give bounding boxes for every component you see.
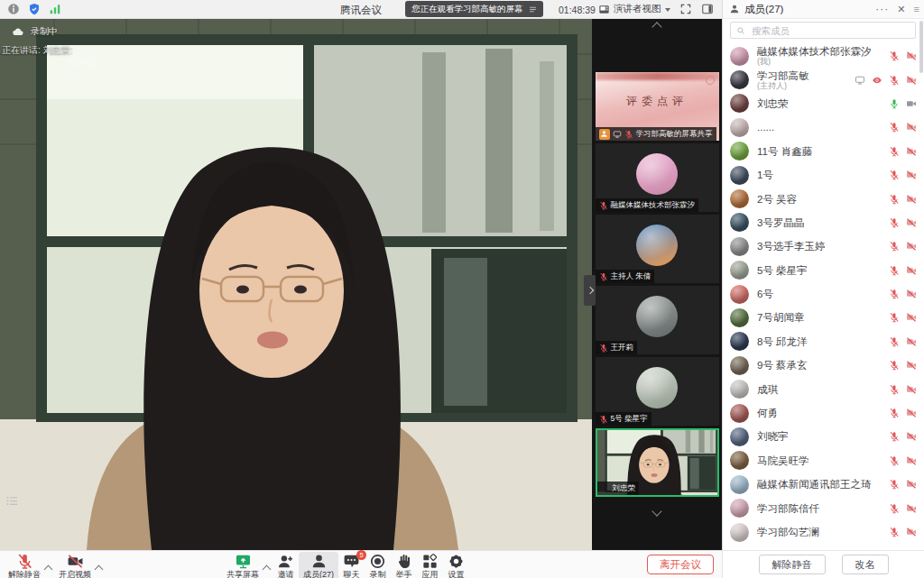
chevron-up-icon[interactable] (96, 560, 102, 576)
camera-off-icon (906, 194, 917, 205)
unmute-all-button[interactable]: 解除静音 (759, 555, 826, 574)
mic-muted-icon (599, 344, 608, 353)
member-row[interactable]: 9号 蔡承玄 (723, 353, 924, 377)
signal-icon[interactable] (49, 3, 61, 15)
member-row[interactable]: 刘忠荣 (723, 92, 924, 115)
member-row[interactable]: 学习部勾艺澜 (723, 520, 924, 544)
view-mode-selector[interactable]: 演讲者视图 (598, 3, 670, 15)
info-icon[interactable] (7, 3, 20, 15)
toolbar-cam-off-button[interactable]: 开启视频 (54, 552, 96, 578)
member-row[interactable]: 6号 (723, 282, 924, 306)
camera-off-icon (906, 455, 917, 466)
chevron-up-icon[interactable] (45, 560, 51, 576)
screen-share-icon (613, 130, 622, 139)
camera-on-icon (906, 98, 917, 109)
filmstrip-tile[interactable]: 评委点评 学习部高敏的屏幕共享 (596, 72, 719, 141)
member-avatar (730, 451, 749, 470)
members-panel: 融媒体媒体技术部张霖汐 (我) 学习部高敏 (主持人) 刘忠荣 ...... 1… (722, 18, 924, 550)
camera-off-icon (906, 265, 917, 276)
member-name: 融媒体媒体技术部张霖汐 (757, 46, 872, 57)
member-row[interactable]: 3号罗晶晶 (723, 211, 924, 234)
member-row[interactable]: 融媒体新闻通讯部王之琦 (723, 472, 924, 496)
toolbar-apps-button[interactable]: 应用 (417, 552, 443, 578)
member-row[interactable]: 何勇 (723, 401, 924, 425)
toolbar-share-screen-button[interactable]: 共享屏幕 (222, 552, 263, 578)
caption-list-icon[interactable] (5, 494, 20, 508)
camera-off-icon (906, 122, 917, 133)
member-avatar (730, 70, 749, 89)
toolbar-mic-muted-button[interactable]: 解除静音 (4, 552, 45, 578)
camera-off-icon (906, 384, 917, 395)
member-row[interactable]: 成琪 (723, 377, 924, 400)
member-row[interactable]: ...... (723, 115, 924, 139)
mic-muted-icon (889, 194, 900, 205)
member-row[interactable]: 5号 柴星宇 (723, 259, 924, 282)
member-name: 8号 邱龙洋 (757, 336, 808, 347)
filmstrip-tile[interactable]: 5号 柴星宇 (596, 357, 719, 426)
watching-banner[interactable]: 您正在观看学习部高敏的屏幕 (405, 1, 543, 17)
member-name: 9号 蔡承玄 (757, 360, 808, 371)
member-avatar (730, 499, 749, 518)
member-row[interactable]: 3号选手李玉婷 (723, 234, 924, 258)
rename-button[interactable]: 改名 (842, 555, 889, 574)
mic-muted-icon (889, 479, 900, 490)
camera-off-icon (906, 312, 917, 323)
search-input[interactable] (750, 24, 910, 37)
member-name: 6号 (757, 289, 773, 299)
member-row[interactable]: 学习部陈倍仟 (723, 496, 924, 519)
member-row[interactable]: 马院吴旺学 (723, 449, 924, 472)
toolbar-person-button[interactable]: 成员(27) (299, 552, 338, 578)
camera-off-icon (906, 50, 917, 61)
close-panel-icon[interactable]: ✕ (897, 4, 905, 15)
toolbar-gear-button[interactable]: 设置 (443, 552, 469, 578)
meeting-toolbar: 解除静音 开启视频 共享屏幕 邀请 成员(27) 聊天 5 录制 举手 应用 设… (0, 550, 722, 578)
member-avatar (730, 380, 749, 399)
members-icon (729, 4, 740, 14)
panel-scrollbar[interactable] (919, 21, 923, 73)
panel-toggle-icon[interactable] (701, 3, 714, 15)
chevron-up-icon[interactable] (263, 560, 270, 576)
filmstrip-tile[interactable]: 王开莉 (596, 286, 719, 354)
member-row[interactable]: 2号 吴容 (723, 187, 924, 210)
filmstrip-tile[interactable]: 融媒体媒体技术部张霖汐 (596, 143, 719, 212)
member-name: 3号罗晶晶 (757, 217, 804, 228)
more-options-icon[interactable]: ··· (875, 5, 889, 13)
members-title: 成员(27) (744, 3, 783, 16)
member-name: 马院吴旺学 (757, 455, 809, 466)
toolbar-chat-button[interactable]: 聊天 5 (338, 552, 365, 578)
filmstrip-tile[interactable]: 主持人 朱倩 (596, 215, 719, 283)
mic-muted-icon (889, 122, 900, 133)
toolbar-record-button[interactable]: 录制 (365, 552, 391, 578)
camera-off-icon (906, 503, 917, 514)
toolbar-hand-button[interactable]: 举手 (391, 552, 417, 578)
toolbar-person-plus-button[interactable]: 邀请 (273, 552, 299, 578)
leave-meeting-button[interactable]: 离开会议 (647, 555, 714, 574)
member-avatar (730, 142, 749, 161)
member-avatar (730, 94, 749, 113)
watching-banner-text: 您正在观看学习部高敏的屏幕 (411, 4, 523, 15)
scroll-down-icon[interactable] (651, 506, 661, 516)
member-row[interactable]: 11号 肖鑫藤 (723, 140, 924, 163)
member-row[interactable]: 学习部高敏 (主持人) (723, 68, 924, 91)
scroll-up-icon[interactable] (651, 22, 661, 32)
mic-on-icon (601, 484, 610, 493)
member-row[interactable]: 8号 邱龙洋 (723, 330, 924, 353)
member-avatar (730, 285, 749, 304)
member-row[interactable]: 1号 (723, 163, 924, 187)
member-avatar (730, 523, 749, 542)
camera-off-icon (906, 431, 917, 442)
filmstrip-collapse-handle[interactable] (584, 275, 596, 306)
mic-muted-icon (889, 170, 900, 180)
tile-label: 主持人 朱倩 (611, 270, 651, 283)
member-row[interactable]: 刘晓宇 (723, 425, 924, 448)
shield-icon[interactable] (28, 3, 41, 15)
filmstrip-tile[interactable]: 刘忠荣 (596, 428, 719, 497)
member-name: 2号 吴容 (757, 194, 797, 205)
member-search[interactable] (730, 22, 916, 39)
fullscreen-icon[interactable] (679, 3, 692, 15)
member-row[interactable]: 7号胡闻章 (723, 306, 924, 329)
member-row[interactable]: 融媒体媒体技术部张霖汐 (我) (723, 44, 924, 68)
tile-avatar (636, 367, 678, 408)
camera-off-icon (906, 336, 917, 347)
collapse-panel-icon[interactable]: ≡ (914, 4, 919, 14)
